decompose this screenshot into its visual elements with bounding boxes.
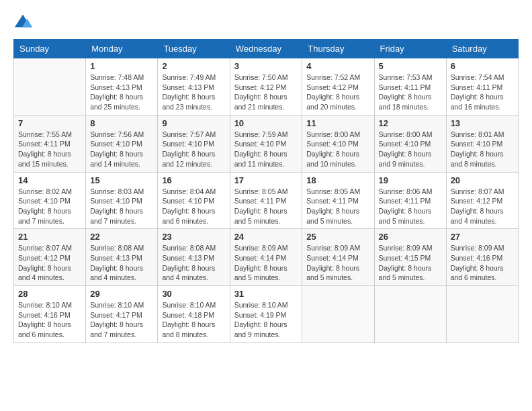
day-number: 6 [451, 61, 514, 71]
day-info: Sunrise: 7:54 AM Sunset: 4:11 PM Dayligh… [451, 73, 514, 112]
calendar-cell: 3Sunrise: 7:50 AM Sunset: 4:12 PM Daylig… [230, 58, 302, 116]
calendar-cell: 20Sunrise: 8:07 AM Sunset: 4:12 PM Dayli… [446, 172, 518, 229]
day-info: Sunrise: 7:55 AM Sunset: 4:11 PM Dayligh… [18, 130, 81, 169]
weekday-wednesday: Wednesday [230, 40, 302, 58]
calendar-cell: 25Sunrise: 8:09 AM Sunset: 4:14 PM Dayli… [302, 229, 374, 286]
calendar-cell: 29Sunrise: 8:10 AM Sunset: 4:17 PM Dayli… [86, 286, 158, 343]
day-number: 14 [18, 175, 81, 185]
day-number: 8 [90, 118, 153, 128]
day-info: Sunrise: 7:52 AM Sunset: 4:12 PM Dayligh… [306, 73, 369, 112]
day-number: 12 [379, 118, 442, 128]
day-info: Sunrise: 8:05 AM Sunset: 4:11 PM Dayligh… [306, 187, 369, 226]
calendar-cell [302, 286, 374, 343]
day-number: 2 [162, 61, 225, 71]
day-info: Sunrise: 8:09 AM Sunset: 4:15 PM Dayligh… [379, 243, 442, 283]
page-container: SundayMondayTuesdayWednesdayThursdayFrid… [13, 13, 519, 343]
day-info: Sunrise: 8:08 AM Sunset: 4:13 PM Dayligh… [162, 243, 225, 283]
day-info: Sunrise: 8:08 AM Sunset: 4:13 PM Dayligh… [90, 243, 153, 283]
calendar-week-4: 21Sunrise: 8:07 AM Sunset: 4:12 PM Dayli… [14, 229, 519, 286]
header [13, 13, 519, 32]
day-info: Sunrise: 8:10 AM Sunset: 4:16 PM Dayligh… [18, 300, 81, 340]
logo [13, 13, 35, 32]
day-number: 19 [379, 175, 442, 185]
day-info: Sunrise: 8:04 AM Sunset: 4:10 PM Dayligh… [162, 187, 225, 226]
calendar-cell: 1Sunrise: 7:48 AM Sunset: 4:13 PM Daylig… [86, 58, 158, 116]
day-info: Sunrise: 8:10 AM Sunset: 4:18 PM Dayligh… [162, 300, 225, 340]
day-number: 26 [379, 232, 442, 242]
day-info: Sunrise: 7:59 AM Sunset: 4:10 PM Dayligh… [234, 130, 298, 169]
calendar-cell: 9Sunrise: 7:57 AM Sunset: 4:10 PM Daylig… [158, 115, 230, 172]
day-info: Sunrise: 8:10 AM Sunset: 4:17 PM Dayligh… [90, 300, 153, 340]
weekday-saturday: Saturday [446, 40, 518, 58]
calendar-cell: 31Sunrise: 8:10 AM Sunset: 4:19 PM Dayli… [230, 286, 302, 343]
day-info: Sunrise: 8:01 AM Sunset: 4:10 PM Dayligh… [451, 130, 514, 169]
calendar-cell: 28Sunrise: 8:10 AM Sunset: 4:16 PM Dayli… [14, 286, 86, 343]
day-info: Sunrise: 8:09 AM Sunset: 4:14 PM Dayligh… [306, 243, 369, 283]
calendar-cell: 10Sunrise: 7:59 AM Sunset: 4:10 PM Dayli… [230, 115, 302, 172]
calendar-cell: 22Sunrise: 8:08 AM Sunset: 4:13 PM Dayli… [86, 229, 158, 286]
weekday-sunday: Sunday [14, 40, 86, 58]
calendar-cell: 30Sunrise: 8:10 AM Sunset: 4:18 PM Dayli… [158, 286, 230, 343]
calendar-week-3: 14Sunrise: 8:02 AM Sunset: 4:10 PM Dayli… [14, 172, 519, 229]
day-info: Sunrise: 8:00 AM Sunset: 4:10 PM Dayligh… [379, 130, 442, 169]
day-number: 29 [90, 289, 153, 299]
day-number: 18 [306, 175, 369, 185]
calendar-cell: 7Sunrise: 7:55 AM Sunset: 4:11 PM Daylig… [14, 115, 86, 172]
day-number: 7 [18, 118, 81, 128]
day-number: 15 [90, 175, 153, 185]
calendar-cell: 19Sunrise: 8:06 AM Sunset: 4:11 PM Dayli… [374, 172, 446, 229]
calendar-cell: 26Sunrise: 8:09 AM Sunset: 4:15 PM Dayli… [374, 229, 446, 286]
calendar-cell: 5Sunrise: 7:53 AM Sunset: 4:11 PM Daylig… [374, 58, 446, 116]
day-info: Sunrise: 8:00 AM Sunset: 4:10 PM Dayligh… [306, 130, 369, 169]
day-info: Sunrise: 7:49 AM Sunset: 4:13 PM Dayligh… [162, 73, 225, 112]
logo-icon [13, 13, 32, 32]
calendar-cell: 2Sunrise: 7:49 AM Sunset: 4:13 PM Daylig… [158, 58, 230, 116]
day-number: 27 [451, 232, 514, 242]
day-number: 13 [451, 118, 514, 128]
day-number: 5 [379, 61, 442, 71]
calendar-week-1: 1Sunrise: 7:48 AM Sunset: 4:13 PM Daylig… [14, 58, 519, 116]
calendar-cell: 14Sunrise: 8:02 AM Sunset: 4:10 PM Dayli… [14, 172, 86, 229]
calendar-cell: 24Sunrise: 8:09 AM Sunset: 4:14 PM Dayli… [230, 229, 302, 286]
day-number: 11 [306, 118, 369, 128]
calendar-cell: 15Sunrise: 8:03 AM Sunset: 4:10 PM Dayli… [86, 172, 158, 229]
day-number: 10 [234, 118, 298, 128]
day-info: Sunrise: 8:09 AM Sunset: 4:16 PM Dayligh… [451, 243, 514, 283]
calendar-cell: 17Sunrise: 8:05 AM Sunset: 4:11 PM Dayli… [230, 172, 302, 229]
day-info: Sunrise: 8:03 AM Sunset: 4:10 PM Dayligh… [90, 187, 153, 226]
day-info: Sunrise: 7:50 AM Sunset: 4:12 PM Dayligh… [234, 73, 298, 112]
calendar-week-5: 28Sunrise: 8:10 AM Sunset: 4:16 PM Dayli… [14, 286, 519, 343]
weekday-friday: Friday [374, 40, 446, 58]
day-number: 17 [234, 175, 298, 185]
calendar-cell: 16Sunrise: 8:04 AM Sunset: 4:10 PM Dayli… [158, 172, 230, 229]
calendar-cell: 21Sunrise: 8:07 AM Sunset: 4:12 PM Dayli… [14, 229, 86, 286]
day-number: 4 [306, 61, 369, 71]
day-info: Sunrise: 8:05 AM Sunset: 4:11 PM Dayligh… [234, 187, 298, 226]
day-number: 21 [18, 232, 81, 242]
day-number: 20 [451, 175, 514, 185]
calendar-cell [14, 58, 86, 116]
weekday-thursday: Thursday [302, 40, 374, 58]
calendar-cell [446, 286, 518, 343]
calendar-cell: 6Sunrise: 7:54 AM Sunset: 4:11 PM Daylig… [446, 58, 518, 116]
weekday-header-row: SundayMondayTuesdayWednesdayThursdayFrid… [14, 40, 519, 58]
day-info: Sunrise: 7:48 AM Sunset: 4:13 PM Dayligh… [90, 73, 153, 112]
calendar-cell: 8Sunrise: 7:56 AM Sunset: 4:10 PM Daylig… [86, 115, 158, 172]
day-number: 31 [234, 289, 298, 299]
day-number: 16 [162, 175, 225, 185]
day-number: 22 [90, 232, 153, 242]
day-number: 1 [90, 61, 153, 71]
weekday-tuesday: Tuesday [158, 40, 230, 58]
day-info: Sunrise: 8:10 AM Sunset: 4:19 PM Dayligh… [234, 300, 298, 340]
day-info: Sunrise: 7:53 AM Sunset: 4:11 PM Dayligh… [379, 73, 442, 112]
day-info: Sunrise: 7:57 AM Sunset: 4:10 PM Dayligh… [162, 130, 225, 169]
day-info: Sunrise: 8:07 AM Sunset: 4:12 PM Dayligh… [18, 243, 81, 283]
day-number: 3 [234, 61, 298, 71]
calendar-cell: 27Sunrise: 8:09 AM Sunset: 4:16 PM Dayli… [446, 229, 518, 286]
day-info: Sunrise: 7:56 AM Sunset: 4:10 PM Dayligh… [90, 130, 153, 169]
calendar-cell: 12Sunrise: 8:00 AM Sunset: 4:10 PM Dayli… [374, 115, 446, 172]
calendar-cell: 23Sunrise: 8:08 AM Sunset: 4:13 PM Dayli… [158, 229, 230, 286]
day-number: 28 [18, 289, 81, 299]
calendar-week-2: 7Sunrise: 7:55 AM Sunset: 4:11 PM Daylig… [14, 115, 519, 172]
weekday-monday: Monday [86, 40, 158, 58]
